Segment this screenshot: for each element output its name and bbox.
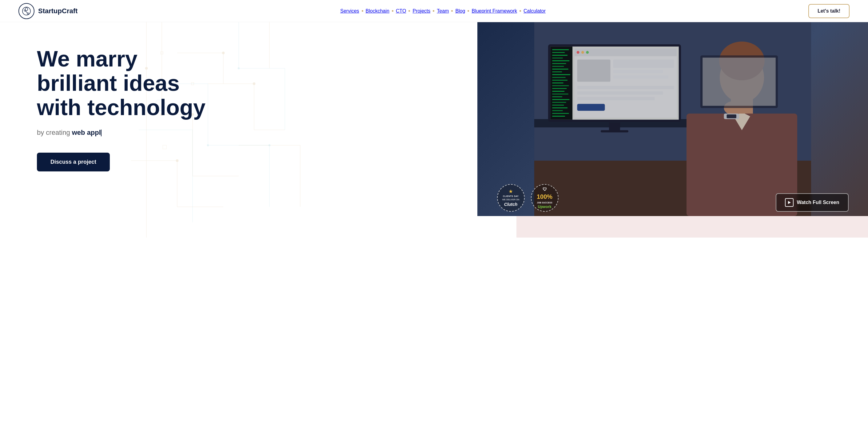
svg-point-0 [23, 7, 30, 15]
nav-item-team: Team [437, 8, 453, 14]
nav-link-team[interactable]: Team [437, 8, 449, 14]
nav-item-projects: Projects [412, 8, 434, 14]
hero-section: We marry brilliant ideas with technology… [0, 22, 868, 238]
nav-links-container: Services Blockchain CTO Projects Team Bl… [340, 8, 546, 14]
nav-link-cto[interactable]: CTO [396, 8, 406, 14]
subtitle-typed: web appl [72, 129, 101, 136]
hero-subtitle: by creating web appl [37, 129, 459, 137]
nav-links-list: Services Blockchain CTO Projects Team Bl… [340, 8, 546, 14]
upwork-badge: 🛡 100% JOB SUCCESS Upwork [531, 184, 559, 212]
headline-line3: with technology [37, 95, 206, 120]
discuss-button[interactable]: Discuss a project [37, 153, 110, 172]
svg-point-3 [27, 12, 29, 14]
nav-item-services: Services [340, 8, 363, 14]
nav-item-cto: CTO [396, 8, 410, 14]
logo-text: StartupCraft [38, 7, 78, 15]
nav-dot-6 [467, 10, 469, 12]
nav-dot-5 [451, 10, 453, 12]
logo[interactable]: StartupCraft [19, 3, 78, 19]
clutch-badge: ★ CLIENTS SAY WE DELIVER ON Clutch [497, 184, 525, 212]
subtitle-prefix: by creating [37, 129, 72, 136]
nav-dot-2 [392, 10, 394, 12]
watch-fullscreen-button[interactable]: Watch Full Screen [776, 193, 848, 212]
hero-headline: We marry brilliant ideas with technology [37, 47, 459, 120]
upwork-brand: Upwork [538, 205, 552, 210]
hero-badges: ★ CLIENTS SAY WE DELIVER ON Clutch 🛡 100… [497, 184, 559, 212]
nav-link-blog[interactable]: Blog [455, 8, 465, 14]
hero-image-area: ★ CLIENTS SAY WE DELIVER ON Clutch 🛡 100… [477, 22, 868, 238]
nav-dot-1 [362, 10, 363, 12]
nav-link-projects[interactable]: Projects [412, 8, 430, 14]
hero-content: We marry brilliant ideas with technology… [37, 47, 459, 172]
logo-icon [19, 3, 34, 19]
nav-dot-3 [408, 10, 410, 12]
headline-line1: We marry [37, 47, 137, 71]
watch-btn-label: Watch Full Screen [797, 200, 839, 205]
nav-link-blueprint[interactable]: Blueprint Framework [471, 8, 517, 14]
upwork-percent: 100% [537, 193, 552, 201]
headline-line2: brilliant ideas [37, 71, 180, 95]
navbar: StartupCraft Services Blockchain CTO Pro… [0, 0, 868, 22]
clutch-brand: Clutch [504, 202, 518, 207]
svg-line-2 [25, 11, 28, 13]
nav-item-blockchain: Blockchain [366, 8, 394, 14]
nav-dot-4 [433, 10, 434, 12]
nav-link-services[interactable]: Services [340, 8, 359, 14]
clutch-star: ★ [509, 189, 513, 194]
nav-item-blueprint: Blueprint Framework [471, 8, 521, 14]
upwork-shield-icon: 🛡 [542, 186, 547, 192]
clutch-we-deliver: WE DELIVER ON [502, 198, 520, 201]
nav-item-calculator: Calculator [524, 8, 546, 14]
hero-right: ★ CLIENTS SAY WE DELIVER ON Clutch 🛡 100… [477, 22, 868, 238]
clutch-clients-say: CLIENTS SAY [503, 195, 519, 198]
hero-left: We marry brilliant ideas with technology… [0, 22, 477, 238]
nav-dot-7 [520, 10, 521, 12]
svg-marker-106 [788, 201, 791, 204]
nav-item-blog: Blog [455, 8, 469, 14]
typing-cursor [101, 129, 101, 136]
upwork-job-success: JOB SUCCESS [537, 201, 552, 204]
cta-button[interactable]: Let's talk! [808, 4, 849, 18]
nav-link-blockchain[interactable]: Blockchain [366, 8, 390, 14]
play-icon [785, 198, 794, 207]
nav-link-calculator[interactable]: Calculator [524, 8, 546, 14]
svg-rect-105 [534, 22, 811, 216]
